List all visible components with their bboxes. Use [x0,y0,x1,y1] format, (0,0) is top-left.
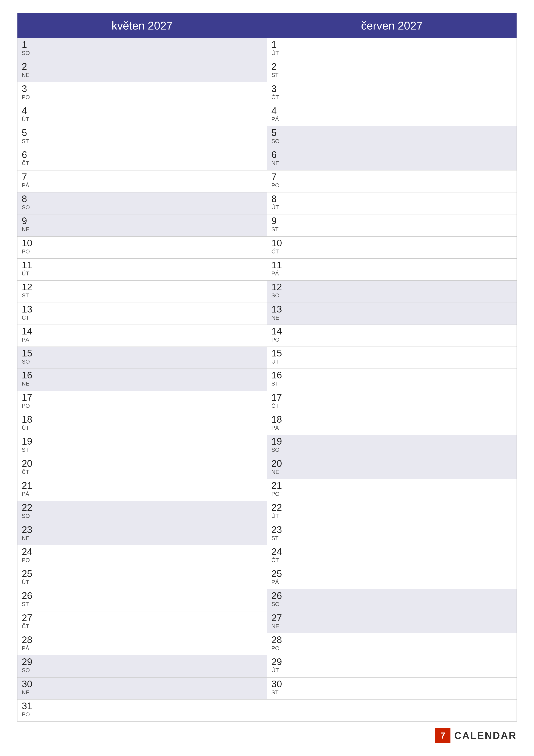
day-row: 6ČT [17,148,267,170]
day-info: 28PÁ [22,635,37,651]
day-name: ČT [22,315,37,320]
day-number: 2 [22,62,37,71]
day-number: 17 [271,393,287,402]
day-number: 22 [271,503,287,512]
day-info: 11ÚT [22,260,37,276]
day-info: 28PO [271,635,287,651]
day-name: SO [271,138,287,144]
day-row: 13NE [267,303,517,325]
day-row: 30ST [267,678,517,700]
day-name: ÚT [22,271,37,276]
header-may: květen 2027 [17,13,267,38]
day-info: 9ST [271,216,287,232]
day-name: ČT [271,403,287,409]
day-name: PO [22,403,37,409]
day-info: 30NE [22,679,37,695]
day-number: 31 [22,701,37,711]
day-info: 5SO [271,128,287,144]
day-name: ST [271,535,287,541]
day-number: 11 [271,260,287,270]
day-name: NE [271,160,287,166]
day-number: 30 [22,679,37,689]
day-number: 7 [271,172,287,182]
day-name: SO [22,50,37,56]
day-info: 27NE [271,613,287,629]
day-row: 20NE [267,457,517,479]
day-name: SO [271,447,287,452]
day-number: 9 [22,216,37,226]
day-row: 2NE [17,60,267,82]
day-number: 3 [271,84,287,94]
day-row: 4PÁ [267,104,517,126]
day-name: SO [22,204,37,210]
day-info: 15ÚT [271,348,287,364]
day-name: NE [271,315,287,320]
day-name: NE [271,623,287,629]
day-row: 17ČT [267,391,517,413]
day-info: 17ČT [271,393,287,409]
day-number: 24 [271,547,287,556]
day-name: PÁ [22,491,37,497]
day-name: ÚT [271,359,287,364]
day-info: 8SO [22,194,37,210]
day-row: 16NE [17,369,267,391]
day-number: 24 [22,547,37,556]
day-number: 10 [271,238,287,248]
day-number: 21 [271,481,287,490]
day-info: 24ČT [271,547,287,563]
day-info: 21PO [271,481,287,497]
day-row: 2ST [267,60,517,82]
day-info: 26SO [271,591,287,607]
brand-text: CALENDAR [454,730,517,741]
day-row: 9NE [17,214,267,236]
day-row: 3ČT [267,82,517,104]
day-name: ST [271,689,287,695]
day-number: 28 [271,635,287,645]
day-row: 14PO [267,325,517,347]
day-info: 20ČT [22,459,37,475]
day-info: 19ST [22,437,37,452]
day-name: ST [22,293,37,298]
day-number: 12 [271,282,287,292]
day-row: 7PÁ [17,171,267,192]
day-name: ČT [22,623,37,629]
day-name: SO [22,513,37,519]
day-row: 5SO [267,126,517,148]
day-info: 19SO [271,437,287,452]
day-info: 14PO [271,327,287,342]
day-name: PÁ [271,425,287,431]
day-number: 26 [271,591,287,600]
day-row: 19SO [267,435,517,457]
day-info: 25PÁ [271,569,287,585]
day-number: 13 [271,305,287,314]
day-name: ST [271,227,287,232]
day-row: 1ÚT [267,38,517,60]
day-number: 10 [22,238,37,248]
day-number: 26 [22,591,37,600]
day-info: 23NE [22,525,37,541]
calendar-grid: květen 2027 červen 2027 1SO2NE3PO4ÚT5ST6… [17,13,517,721]
brand-icon: 7 [435,728,450,743]
day-row: 17PO [17,391,267,413]
day-row: 8ÚT [267,192,517,214]
day-name: SO [22,667,37,673]
day-number: 14 [22,327,37,336]
day-row: 23NE [17,523,267,545]
day-number: 30 [271,679,287,689]
day-info: 29ÚT [271,657,287,673]
day-name: NE [22,689,37,695]
day-name: ÚT [271,667,287,673]
day-name: PO [22,94,37,100]
day-name: ČT [271,557,287,563]
day-row: 11PÁ [267,258,517,281]
day-row: 9ST [267,214,517,236]
day-info: 9NE [22,216,37,232]
day-row: 23ST [267,523,517,545]
day-number: 5 [22,128,37,138]
day-number: 7 [22,172,37,182]
day-number: 29 [271,657,287,666]
day-number: 25 [271,569,287,579]
day-info: 4ÚT [22,106,37,122]
day-name: ST [271,381,287,387]
day-number: 1 [271,40,287,49]
